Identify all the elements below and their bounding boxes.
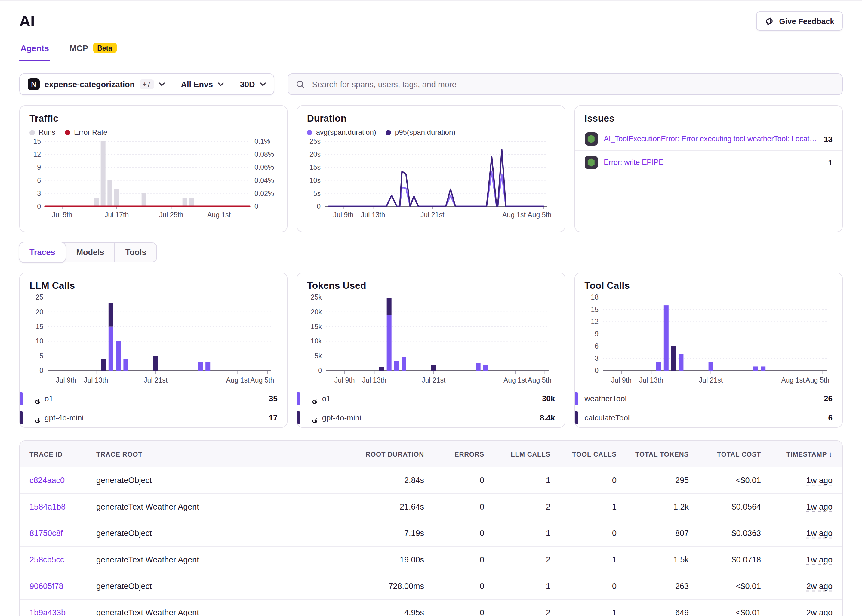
legend-item[interactable]: p95(span.duration) bbox=[386, 128, 455, 137]
svg-text:Jul 21st: Jul 21st bbox=[421, 211, 445, 218]
issue-count: 1 bbox=[828, 158, 832, 167]
subtab-models[interactable]: Models bbox=[66, 243, 115, 262]
cell-total_cost: $0.0564 bbox=[689, 502, 761, 511]
issue-link[interactable]: Error: write EPIPE bbox=[604, 158, 822, 167]
duration-card: Duration avg(span.duration)p95(span.dura… bbox=[297, 105, 565, 232]
svg-text:Aug 5th: Aug 5th bbox=[528, 211, 552, 218]
openai-icon bbox=[30, 393, 40, 404]
beta-badge: Beta bbox=[93, 43, 116, 53]
issue-count: 13 bbox=[824, 134, 832, 143]
cell-trace_id[interactable]: 81750c8f bbox=[30, 529, 96, 538]
svg-text:Jul 21st: Jul 21st bbox=[699, 376, 723, 384]
date-range-label: 30D bbox=[240, 80, 255, 89]
issue-link[interactable]: AI_ToolExecutionError: Error executing t… bbox=[604, 135, 818, 143]
svg-text:Aug 1st: Aug 1st bbox=[781, 376, 805, 384]
page-header: AI Give Feedback bbox=[0, 1, 862, 31]
date-range-selector[interactable]: 30D bbox=[232, 74, 274, 94]
tab-agents[interactable]: Agents bbox=[19, 39, 50, 61]
search-box[interactable] bbox=[287, 73, 843, 95]
svg-text:Jul 9th: Jul 9th bbox=[611, 376, 631, 384]
cell-total_cost: <$0.01 bbox=[689, 582, 761, 591]
subtab-traces[interactable]: Traces bbox=[19, 242, 66, 262]
svg-text:10k: 10k bbox=[311, 337, 322, 345]
project-extra-count: +7 bbox=[140, 79, 154, 89]
series-color-strip bbox=[297, 392, 300, 405]
cell-errors: 0 bbox=[424, 502, 484, 511]
svg-text:15: 15 bbox=[591, 306, 598, 313]
svg-text:0.04%: 0.04% bbox=[254, 176, 274, 184]
table-row[interactable]: c824aac0generateObject2.84s010295<$0.011… bbox=[20, 467, 842, 494]
timestamp-link[interactable]: 1w ago bbox=[806, 476, 832, 485]
cell-root_duration: 2.84s bbox=[334, 476, 424, 485]
tool-calls-title: Tool Calls bbox=[584, 280, 832, 291]
timestamp-link[interactable]: 1w ago bbox=[806, 555, 832, 564]
llm-calls-card: LLM Calls 0510152025Jul 9thJul 13thJul 2… bbox=[19, 272, 288, 428]
cell-root_duration: 21.64s bbox=[334, 502, 424, 511]
timestamp-link[interactable]: 2w ago bbox=[806, 582, 832, 591]
series-label: calculateTool bbox=[584, 413, 823, 422]
column-header-total_cost[interactable]: TOTAL COST bbox=[689, 450, 761, 457]
llm_calls-plot: 0510152025Jul 9thJul 13thJul 21stAug 1st… bbox=[30, 291, 278, 386]
timestamp-link[interactable]: 1w ago bbox=[806, 529, 832, 538]
series-total-row[interactable]: gpt-4o-mini17 bbox=[20, 409, 287, 427]
series-total-row[interactable]: o130k bbox=[297, 389, 565, 409]
cell-timestamp: 1w ago bbox=[761, 502, 832, 511]
series-color-strip bbox=[575, 412, 578, 424]
table-row[interactable]: 1b9a433bgenerateText Weather Agent4.95s0… bbox=[20, 600, 842, 616]
svg-text:0: 0 bbox=[595, 367, 598, 374]
node-platform-icon bbox=[584, 132, 598, 146]
cell-trace_id[interactable]: 90605f78 bbox=[30, 582, 96, 591]
project-name: expense-categorization bbox=[44, 80, 135, 89]
series-total-row[interactable]: weatherTool26 bbox=[575, 389, 842, 409]
cell-trace_id[interactable]: 1b9a433b bbox=[30, 608, 96, 616]
svg-text:Jul 13th: Jul 13th bbox=[361, 211, 386, 218]
column-header-total_tokens[interactable]: TOTAL TOKENS bbox=[617, 450, 689, 457]
search-input[interactable] bbox=[311, 79, 834, 90]
table-row[interactable]: 258cb5ccgenerateText Weather Agent19.00s… bbox=[20, 547, 842, 573]
series-total-row[interactable]: gpt-4o-mini8.4k bbox=[297, 409, 565, 427]
tab-mcp[interactable]: MCP Beta bbox=[68, 39, 118, 61]
legend-item[interactable]: Runs bbox=[30, 128, 55, 137]
series-total-row[interactable]: calculateTool6 bbox=[575, 409, 842, 427]
table-row[interactable]: 81750c8fgenerateObject7.19s010807$0.0363… bbox=[20, 520, 842, 547]
svg-text:0.1%: 0.1% bbox=[254, 137, 270, 145]
series-total-row[interactable]: o135 bbox=[20, 389, 287, 409]
column-header-trace_id[interactable]: TRACE ID bbox=[30, 450, 96, 457]
svg-text:Aug 5th: Aug 5th bbox=[250, 376, 274, 384]
legend-item[interactable]: avg(span.duration) bbox=[307, 128, 376, 137]
environment-selector[interactable]: All Envs bbox=[172, 74, 232, 94]
svg-text:0.06%: 0.06% bbox=[254, 163, 274, 171]
traffic-chart: 0369121500.02%0.04%0.06%0.08%0.1%Jul 9th… bbox=[30, 137, 278, 223]
cell-trace_id[interactable]: c824aac0 bbox=[30, 476, 96, 485]
timestamp-link[interactable]: 1w ago bbox=[806, 502, 832, 511]
chevron-down-icon bbox=[159, 82, 165, 86]
column-header-timestamp[interactable]: TIMESTAMP↓ bbox=[761, 449, 832, 458]
chevron-down-icon bbox=[260, 82, 266, 86]
svg-text:3: 3 bbox=[595, 354, 598, 362]
series-value: 17 bbox=[269, 413, 278, 422]
cell-llm_calls: 2 bbox=[484, 502, 550, 511]
tool_calls-plot: 0369121518Jul 9thJul 13thJul 21stAug 1st… bbox=[584, 291, 834, 386]
series-label: o1 bbox=[322, 394, 537, 403]
legend-item[interactable]: Error Rate bbox=[65, 128, 107, 137]
cell-trace_id[interactable]: 1584a1b8 bbox=[30, 502, 96, 511]
tool-calls-card: Tool Calls 0369121518Jul 9thJul 13thJul … bbox=[574, 272, 843, 428]
give-feedback-button[interactable]: Give Feedback bbox=[756, 11, 843, 31]
svg-text:10s: 10s bbox=[310, 176, 321, 184]
table-row[interactable]: 1584a1b8generateText Weather Agent21.64s… bbox=[20, 494, 842, 520]
column-header-errors[interactable]: ERRORS bbox=[424, 450, 484, 457]
cell-tool_calls: 0 bbox=[550, 476, 617, 485]
project-selector[interactable]: N expense-categorization +7 bbox=[20, 74, 172, 94]
column-header-llm_calls[interactable]: LLM CALLS bbox=[484, 450, 550, 457]
svg-text:Jul 9th: Jul 9th bbox=[52, 211, 72, 218]
svg-text:Jul 9th: Jul 9th bbox=[334, 376, 355, 384]
timestamp-link[interactable]: 2w ago bbox=[806, 608, 832, 616]
column-header-root_duration[interactable]: ROOT DURATION bbox=[334, 450, 424, 457]
subtab-tools[interactable]: Tools bbox=[115, 243, 157, 262]
svg-text:Aug 1st: Aug 1st bbox=[207, 211, 231, 218]
column-header-tool_calls[interactable]: TOOL CALLS bbox=[550, 450, 617, 457]
column-header-trace_root[interactable]: TRACE ROOT bbox=[96, 450, 334, 457]
cell-trace_id[interactable]: 258cb5cc bbox=[30, 555, 96, 564]
table-row[interactable]: 90605f78generateObject728.00ms010263<$0.… bbox=[20, 573, 842, 600]
svg-text:0: 0 bbox=[37, 203, 41, 210]
